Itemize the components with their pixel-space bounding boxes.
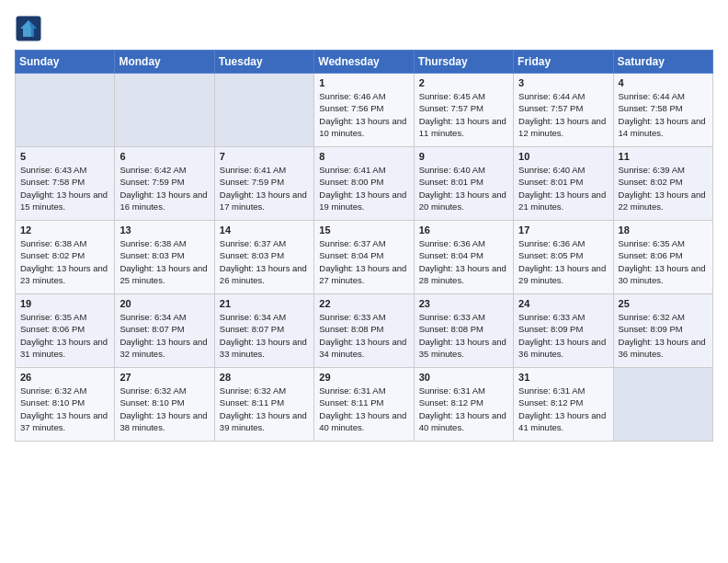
calendar-cell: 26Sunrise: 6:32 AM Sunset: 8:10 PM Dayli… — [16, 368, 115, 442]
calendar-cell — [214, 74, 313, 147]
day-number: 15 — [319, 224, 408, 236]
cell-info: Sunrise: 6:32 AM Sunset: 8:09 PM Dayligh… — [619, 311, 708, 360]
cell-info: Sunrise: 6:33 AM Sunset: 8:08 PM Dayligh… — [319, 311, 408, 360]
day-number: 5 — [20, 151, 109, 162]
calendar-cell: 8Sunrise: 6:41 AM Sunset: 8:00 PM Daylig… — [314, 147, 414, 221]
calendar-cell: 4Sunrise: 6:44 AM Sunset: 7:58 PM Daylig… — [613, 74, 712, 147]
cell-info: Sunrise: 6:37 AM Sunset: 8:04 PM Dayligh… — [319, 237, 408, 286]
calendar-week-row: 26Sunrise: 6:32 AM Sunset: 8:10 PM Dayli… — [16, 368, 713, 442]
cell-info: Sunrise: 6:34 AM Sunset: 8:07 PM Dayligh… — [220, 311, 309, 360]
day-number: 8 — [319, 151, 408, 162]
calendar-cell: 28Sunrise: 6:32 AM Sunset: 8:11 PM Dayli… — [214, 368, 313, 442]
calendar-cell: 23Sunrise: 6:33 AM Sunset: 8:08 PM Dayli… — [414, 294, 513, 368]
calendar-cell: 6Sunrise: 6:42 AM Sunset: 7:59 PM Daylig… — [115, 147, 214, 221]
day-number: 10 — [518, 151, 608, 162]
cell-info: Sunrise: 6:38 AM Sunset: 8:03 PM Dayligh… — [119, 237, 209, 286]
calendar-cell: 1Sunrise: 6:46 AM Sunset: 7:56 PM Daylig… — [314, 74, 414, 147]
cell-info: Sunrise: 6:33 AM Sunset: 8:09 PM Dayligh… — [518, 311, 608, 360]
cell-info: Sunrise: 6:32 AM Sunset: 8:11 PM Dayligh… — [220, 385, 309, 433]
weekday-header: Saturday — [613, 51, 712, 74]
calendar-cell: 25Sunrise: 6:32 AM Sunset: 8:09 PM Dayli… — [613, 294, 712, 368]
cell-info: Sunrise: 6:34 AM Sunset: 8:07 PM Dayligh… — [119, 311, 209, 360]
calendar-cell: 24Sunrise: 6:33 AM Sunset: 8:09 PM Dayli… — [514, 294, 613, 368]
day-number: 3 — [518, 77, 608, 88]
day-number: 28 — [220, 372, 309, 383]
calendar-cell — [613, 368, 712, 442]
calendar-cell: 16Sunrise: 6:36 AM Sunset: 8:04 PM Dayli… — [414, 221, 513, 294]
calendar-cell: 11Sunrise: 6:39 AM Sunset: 8:02 PM Dayli… — [613, 147, 712, 221]
cell-info: Sunrise: 6:41 AM Sunset: 8:00 PM Dayligh… — [319, 164, 408, 213]
calendar-cell: 30Sunrise: 6:31 AM Sunset: 8:12 PM Dayli… — [414, 368, 513, 442]
cell-info: Sunrise: 6:36 AM Sunset: 8:04 PM Dayligh… — [419, 237, 508, 286]
cell-info: Sunrise: 6:37 AM Sunset: 8:03 PM Dayligh… — [220, 237, 309, 286]
cell-info: Sunrise: 6:43 AM Sunset: 7:58 PM Dayligh… — [20, 164, 109, 213]
cell-info: Sunrise: 6:35 AM Sunset: 8:06 PM Dayligh… — [20, 311, 109, 360]
day-number: 2 — [419, 77, 508, 88]
cell-info: Sunrise: 6:31 AM Sunset: 8:12 PM Dayligh… — [518, 385, 608, 433]
day-number: 24 — [518, 298, 608, 309]
day-number: 1 — [319, 77, 408, 88]
cell-info: Sunrise: 6:40 AM Sunset: 8:01 PM Dayligh… — [419, 164, 508, 213]
day-number: 21 — [220, 298, 309, 309]
day-number: 16 — [419, 224, 508, 236]
logo — [15, 15, 46, 42]
calendar-table: SundayMondayTuesdayWednesdayThursdayFrid… — [15, 50, 713, 442]
cell-info: Sunrise: 6:45 AM Sunset: 7:57 PM Dayligh… — [419, 90, 508, 139]
calendar-week-row: 19Sunrise: 6:35 AM Sunset: 8:06 PM Dayli… — [16, 294, 713, 368]
cell-info: Sunrise: 6:46 AM Sunset: 7:56 PM Dayligh… — [319, 90, 408, 139]
cell-info: Sunrise: 6:31 AM Sunset: 8:12 PM Dayligh… — [419, 385, 508, 433]
calendar-cell: 13Sunrise: 6:38 AM Sunset: 8:03 PM Dayli… — [115, 221, 214, 294]
cell-info: Sunrise: 6:44 AM Sunset: 7:58 PM Dayligh… — [619, 90, 708, 139]
calendar-cell: 14Sunrise: 6:37 AM Sunset: 8:03 PM Dayli… — [214, 221, 313, 294]
day-number: 9 — [419, 151, 508, 162]
cell-info: Sunrise: 6:32 AM Sunset: 8:10 PM Dayligh… — [20, 385, 109, 433]
calendar-week-row: 12Sunrise: 6:38 AM Sunset: 8:02 PM Dayli… — [16, 221, 713, 294]
calendar-week-row: 1Sunrise: 6:46 AM Sunset: 7:56 PM Daylig… — [16, 74, 713, 147]
cell-info: Sunrise: 6:31 AM Sunset: 8:11 PM Dayligh… — [319, 385, 408, 433]
weekday-header: Sunday — [16, 51, 115, 74]
cell-info: Sunrise: 6:33 AM Sunset: 8:08 PM Dayligh… — [419, 311, 508, 360]
weekday-header: Friday — [514, 51, 613, 74]
cell-info: Sunrise: 6:32 AM Sunset: 8:10 PM Dayligh… — [119, 385, 209, 433]
calendar-cell: 21Sunrise: 6:34 AM Sunset: 8:07 PM Dayli… — [214, 294, 313, 368]
calendar-cell: 22Sunrise: 6:33 AM Sunset: 8:08 PM Dayli… — [314, 294, 414, 368]
cell-info: Sunrise: 6:41 AM Sunset: 7:59 PM Dayligh… — [220, 164, 309, 213]
calendar-cell: 15Sunrise: 6:37 AM Sunset: 8:04 PM Dayli… — [314, 221, 414, 294]
day-number: 29 — [319, 372, 408, 383]
logo-icon — [15, 15, 42, 42]
calendar-cell: 5Sunrise: 6:43 AM Sunset: 7:58 PM Daylig… — [16, 147, 115, 221]
day-number: 23 — [419, 298, 508, 309]
day-number: 12 — [20, 224, 109, 236]
day-number: 20 — [119, 298, 209, 309]
header-row: SundayMondayTuesdayWednesdayThursdayFrid… — [16, 51, 713, 74]
calendar-cell: 3Sunrise: 6:44 AM Sunset: 7:57 PM Daylig… — [514, 74, 613, 147]
day-number: 13 — [119, 224, 209, 236]
calendar-week-row: 5Sunrise: 6:43 AM Sunset: 7:58 PM Daylig… — [16, 147, 713, 221]
page-header — [15, 15, 713, 42]
calendar-cell: 29Sunrise: 6:31 AM Sunset: 8:11 PM Dayli… — [314, 368, 414, 442]
day-number: 7 — [220, 151, 309, 162]
calendar-cell: 18Sunrise: 6:35 AM Sunset: 8:06 PM Dayli… — [613, 221, 712, 294]
calendar-cell: 2Sunrise: 6:45 AM Sunset: 7:57 PM Daylig… — [414, 74, 513, 147]
day-number: 25 — [619, 298, 708, 309]
calendar-cell: 31Sunrise: 6:31 AM Sunset: 8:12 PM Dayli… — [514, 368, 613, 442]
calendar-cell — [16, 74, 115, 147]
weekday-header: Thursday — [414, 51, 513, 74]
day-number: 4 — [619, 77, 708, 88]
day-number: 17 — [518, 224, 608, 236]
day-number: 30 — [419, 372, 508, 383]
day-number: 22 — [319, 298, 408, 309]
cell-info: Sunrise: 6:39 AM Sunset: 8:02 PM Dayligh… — [619, 164, 708, 213]
calendar-cell: 9Sunrise: 6:40 AM Sunset: 8:01 PM Daylig… — [414, 147, 513, 221]
day-number: 26 — [20, 372, 109, 383]
cell-info: Sunrise: 6:38 AM Sunset: 8:02 PM Dayligh… — [20, 237, 109, 286]
day-number: 27 — [119, 372, 209, 383]
day-number: 19 — [20, 298, 109, 309]
calendar-cell: 10Sunrise: 6:40 AM Sunset: 8:01 PM Dayli… — [514, 147, 613, 221]
cell-info: Sunrise: 6:35 AM Sunset: 8:06 PM Dayligh… — [619, 237, 708, 286]
cell-info: Sunrise: 6:40 AM Sunset: 8:01 PM Dayligh… — [518, 164, 608, 213]
calendar-cell: 7Sunrise: 6:41 AM Sunset: 7:59 PM Daylig… — [214, 147, 313, 221]
weekday-header: Monday — [115, 51, 214, 74]
day-number: 31 — [518, 372, 608, 383]
day-number: 6 — [119, 151, 209, 162]
